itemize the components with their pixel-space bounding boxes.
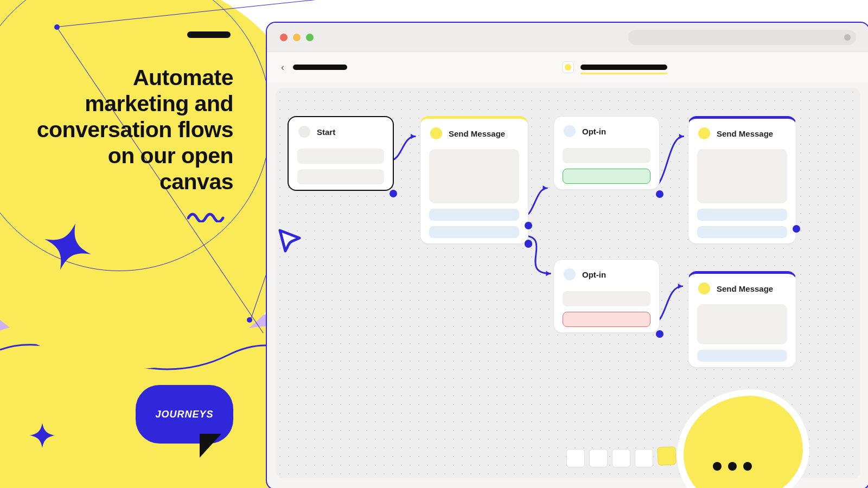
node-field: [297, 169, 384, 184]
node-title: Send Message: [717, 284, 773, 293]
journey-name-placeholder[interactable]: [580, 65, 667, 70]
node-option-negative[interactable]: [563, 312, 650, 327]
sparkle-icon: [43, 222, 92, 271]
toolbar-center: [562, 61, 667, 73]
deco-pill: [187, 31, 231, 38]
node-title: Send Message: [717, 129, 773, 138]
node-title: Start: [317, 127, 335, 137]
note-button[interactable]: [635, 449, 653, 467]
node-title: Opt-in: [582, 127, 606, 136]
node-dot: [698, 282, 710, 294]
node-opt-in[interactable]: Opt-in: [553, 259, 660, 333]
hero-headline: Automate marketing and conversation flow…: [33, 65, 233, 195]
note-button-active[interactable]: [657, 446, 676, 466]
note-button[interactable]: [566, 449, 585, 467]
sparkle-icon: [30, 423, 55, 448]
node-action[interactable]: [429, 226, 519, 238]
note-button[interactable]: [612, 449, 630, 467]
node-action[interactable]: [429, 209, 519, 221]
node-field: [297, 149, 384, 164]
node-preview: [697, 149, 787, 203]
node-dot: [564, 125, 576, 137]
traffic-light-close[interactable]: [280, 34, 288, 41]
node-dot: [430, 127, 442, 139]
traffic-light-max[interactable]: [306, 34, 314, 41]
toolbar-title-placeholder: [293, 65, 347, 70]
node-send-message[interactable]: Send Message: [688, 116, 796, 244]
node-start[interactable]: Start: [288, 116, 394, 191]
node-send-message[interactable]: Send Message: [688, 271, 796, 368]
node-port[interactable]: [656, 190, 663, 198]
node-title: Opt-in: [582, 270, 606, 279]
note-tray: [566, 449, 676, 467]
node-title: Send Message: [449, 129, 505, 138]
node-dot: [698, 127, 710, 139]
back-button[interactable]: ‹: [281, 62, 284, 73]
node-field: [563, 291, 650, 306]
node-action[interactable]: [697, 226, 787, 238]
node-action[interactable]: [697, 209, 787, 221]
cursor-icon: [276, 226, 304, 254]
node-preview: [429, 149, 519, 203]
node-port[interactable]: [525, 222, 532, 229]
node-port[interactable]: [656, 330, 663, 338]
node-preview: [697, 304, 787, 344]
node-port[interactable]: [793, 225, 800, 233]
node-dot: [298, 126, 310, 138]
note-button[interactable]: [589, 449, 608, 467]
node-action[interactable]: [697, 350, 787, 362]
journeys-badge-tail: [200, 434, 221, 458]
titlebar: [267, 23, 868, 52]
squiggle-icon: [187, 211, 231, 222]
node-dot: [564, 268, 576, 280]
workspace-chip[interactable]: [562, 61, 574, 73]
node-option-positive[interactable]: [563, 169, 650, 184]
node-opt-in[interactable]: Opt-in: [553, 116, 660, 190]
app-toolbar: ‹: [267, 52, 868, 82]
journeys-label: JOURNEYS: [155, 409, 213, 420]
node-send-message[interactable]: Send Message: [420, 116, 528, 244]
node-field: [563, 148, 650, 163]
promo-stage: Automate marketing and conversation flow…: [0, 0, 868, 488]
chat-bubble-icon: [684, 396, 803, 488]
node-port[interactable]: [390, 190, 397, 197]
node-port[interactable]: [525, 240, 532, 247]
url-bar[interactable]: [628, 30, 856, 45]
traffic-light-min[interactable]: [293, 34, 301, 41]
